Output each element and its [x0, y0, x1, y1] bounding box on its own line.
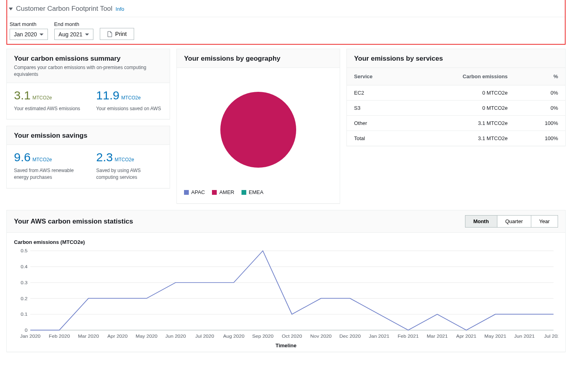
col-service: Service	[347, 68, 407, 85]
tab-year[interactable]: Year	[531, 216, 558, 227]
table-row: Total3.1 MTCO2e100%	[347, 131, 565, 146]
services-panel: Your emissions by services Service Carbo…	[346, 49, 566, 146]
statistics-panel: Your AWS carbon emission statistics Mont…	[6, 210, 566, 352]
document-icon	[107, 31, 112, 37]
header-highlight-box: Customer Carbon Footprint Tool Info Star…	[6, 0, 566, 45]
svg-text:Feb 2020: Feb 2020	[49, 333, 70, 339]
svg-text:0.2: 0.2	[21, 296, 28, 301]
svg-text:Sep 2020: Sep 2020	[252, 333, 274, 339]
est-emissions-caption: Your estimated AWS emissions	[14, 105, 80, 112]
compute-caption: Saved by using AWS computing services	[96, 167, 162, 181]
granularity-segment: Month Quarter Year	[465, 215, 558, 228]
chevron-down-icon	[40, 34, 44, 36]
renewable-caption: Saved from AWS renewable energy purchase…	[14, 167, 80, 181]
end-month-select[interactable]: Aug 2021	[54, 29, 93, 40]
svg-text:0.3: 0.3	[21, 280, 28, 285]
col-pct: %	[515, 68, 565, 85]
summary-panel: Your carbon emissions summary Compares y…	[6, 49, 170, 119]
chevron-down-icon	[85, 34, 89, 36]
svg-text:Apr 2020: Apr 2020	[107, 333, 128, 339]
info-link[interactable]: Info	[116, 6, 125, 12]
services-title: Your emissions by services	[354, 55, 558, 63]
legend-amer: AMER	[212, 189, 234, 195]
svg-text:Feb 2021: Feb 2021	[398, 333, 419, 339]
saved-emissions-unit: MTCO2e	[121, 95, 141, 101]
table-row: EC20 MTCO2e0%	[347, 85, 565, 101]
line-chart: 00.10.20.30.40.5Jan 2020Feb 2020Mar 2020…	[14, 248, 558, 340]
swatch-amer	[212, 190, 217, 195]
table-row: S30 MTCO2e0%	[347, 101, 565, 116]
start-month-select[interactable]: Jan 2020	[10, 29, 48, 40]
saved-emissions-caption: Your emissions saved on AWS	[96, 105, 161, 112]
compute-unit: MTCO2e	[115, 157, 134, 162]
col-emissions: Carbon emissions	[407, 68, 515, 85]
chart-x-title: Timeline	[14, 343, 558, 348]
end-month-label: End month	[54, 21, 93, 27]
est-emissions-unit: MTCO2e	[32, 95, 52, 101]
svg-text:Nov 2020: Nov 2020	[310, 333, 332, 339]
svg-text:Mar 2021: Mar 2021	[427, 333, 448, 339]
svg-text:Jul 2020: Jul 2020	[195, 333, 214, 339]
est-emissions-value: 3.1	[14, 89, 31, 102]
print-button[interactable]: Print	[100, 28, 135, 40]
geography-title: Your emissions by geography	[184, 55, 333, 63]
compute-value: 2.3	[96, 150, 113, 164]
collapse-caret-icon[interactable]	[9, 8, 13, 10]
page-title: Customer Carbon Footprint Tool	[16, 5, 113, 13]
svg-text:0: 0	[25, 328, 28, 333]
swatch-emea	[241, 190, 246, 195]
svg-text:May 2020: May 2020	[136, 333, 158, 339]
legend-apac: APAC	[184, 189, 205, 195]
saved-emissions-value: 11.9	[96, 89, 119, 102]
renewable-unit: MTCO2e	[32, 157, 52, 162]
summary-subtitle: Compares your carbon emissions with on-p…	[14, 64, 162, 78]
end-month-value: Aug 2021	[59, 31, 83, 38]
svg-text:0.4: 0.4	[21, 264, 28, 269]
svg-text:Aug 2020: Aug 2020	[223, 333, 245, 339]
chart-y-title: Carbon emissions (MTCO2e)	[14, 239, 558, 245]
svg-text:Jun 2021: Jun 2021	[514, 333, 535, 339]
svg-text:Jan 2021: Jan 2021	[369, 333, 390, 339]
start-month-label: Start month	[10, 21, 48, 27]
renewable-value: 9.6	[14, 150, 31, 164]
svg-text:Dec 2020: Dec 2020	[339, 333, 361, 339]
savings-panel: Your emission savings 9.6 MTCO2e Saved f…	[6, 126, 170, 188]
swatch-apac	[184, 190, 189, 195]
svg-text:0.1: 0.1	[21, 312, 28, 317]
geography-panel: Your emissions by geography APAC AMER EM…	[176, 49, 340, 204]
tab-month[interactable]: Month	[465, 216, 497, 227]
services-table: Service Carbon emissions % EC20 MTCO2e0%…	[347, 68, 565, 146]
svg-text:May 2021: May 2021	[485, 333, 507, 339]
table-row: Other3.1 MTCO2e100%	[347, 116, 565, 131]
statistics-title: Your AWS carbon emission statistics	[14, 218, 133, 226]
start-month-value: Jan 2020	[14, 31, 37, 38]
svg-text:Jun 2020: Jun 2020	[165, 333, 186, 339]
svg-text:Oct 2020: Oct 2020	[282, 333, 302, 339]
tab-quarter[interactable]: Quarter	[497, 216, 531, 227]
svg-text:0.5: 0.5	[21, 248, 28, 253]
print-label: Print	[115, 31, 127, 37]
svg-text:Jul 2021: Jul 2021	[544, 333, 558, 339]
svg-text:Mar 2020: Mar 2020	[78, 333, 99, 339]
svg-text:Jan 2020: Jan 2020	[20, 333, 41, 339]
summary-title: Your carbon emissions summary	[14, 55, 162, 63]
pie-chart	[220, 92, 296, 168]
svg-text:Apr 2021: Apr 2021	[456, 333, 477, 339]
legend-emea: EMEA	[241, 189, 263, 195]
savings-title: Your emission savings	[14, 132, 162, 140]
